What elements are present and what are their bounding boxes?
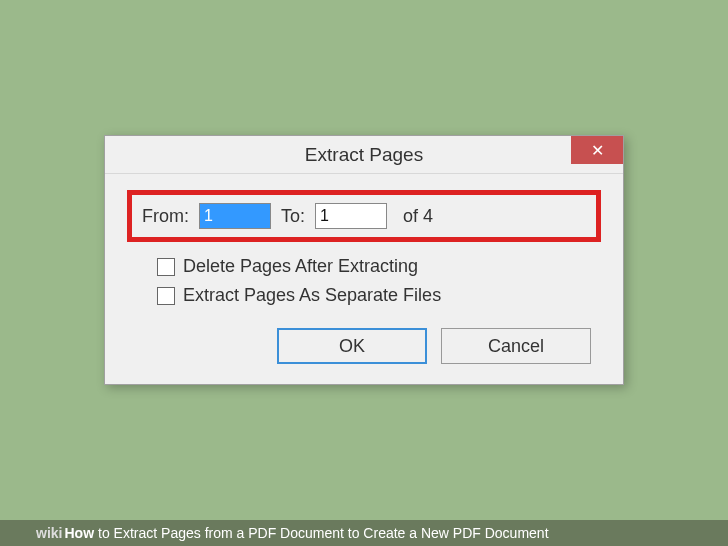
dialog-title: Extract Pages	[305, 144, 423, 166]
caption-wiki: wiki	[36, 525, 62, 541]
extract-pages-dialog: Extract Pages ✕ From: To: of 4 Delete Pa…	[104, 135, 624, 385]
close-button[interactable]: ✕	[571, 136, 623, 164]
close-icon: ✕	[591, 141, 604, 160]
of-total: of 4	[403, 206, 433, 227]
to-input[interactable]	[315, 203, 387, 229]
cancel-button[interactable]: Cancel	[441, 328, 591, 364]
button-row: OK Cancel	[133, 328, 595, 364]
checkbox-separate-files-row[interactable]: Extract Pages As Separate Files	[157, 285, 595, 306]
checkbox-delete-after[interactable]	[157, 258, 175, 276]
dialog-content: From: To: of 4 Delete Pages After Extrac…	[105, 174, 623, 384]
caption-bar: wikiHow to Extract Pages from a PDF Docu…	[0, 520, 728, 546]
to-label: To:	[281, 206, 305, 227]
titlebar: Extract Pages ✕	[105, 136, 623, 174]
caption-text: to Extract Pages from a PDF Document to …	[98, 525, 549, 541]
caption-how: How	[64, 525, 94, 541]
checkbox-separate-files-label: Extract Pages As Separate Files	[183, 285, 441, 306]
page-range-row: From: To: of 4	[127, 190, 601, 242]
checkbox-separate-files[interactable]	[157, 287, 175, 305]
from-label: From:	[142, 206, 189, 227]
checkbox-delete-after-row[interactable]: Delete Pages After Extracting	[157, 256, 595, 277]
from-input[interactable]	[199, 203, 271, 229]
ok-button[interactable]: OK	[277, 328, 427, 364]
checkbox-delete-after-label: Delete Pages After Extracting	[183, 256, 418, 277]
